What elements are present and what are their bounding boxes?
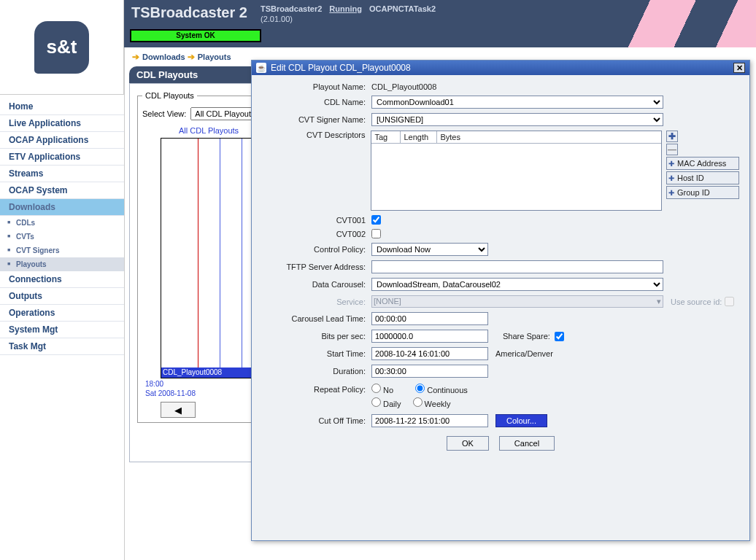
playout-name-value: CDL_Playout0008: [371, 82, 436, 91]
cutoff-input[interactable]: [371, 414, 488, 427]
nav-home[interactable]: Home: [0, 98, 124, 115]
instance-name: TSBroadcaster2: [261, 4, 322, 13]
col-length: Length: [401, 131, 437, 143]
breadcrumb-arrow-icon: ➔: [132, 52, 139, 62]
col-bytes: Bytes: [437, 131, 661, 143]
nav-operations[interactable]: Operations: [0, 305, 124, 322]
cutoff-label: Cut Off Time:: [262, 416, 371, 425]
use-source-label: Use source id:: [671, 298, 722, 306]
timeline-now-line: [198, 139, 198, 378]
close-icon[interactable]: ✕: [733, 63, 745, 73]
add-group-button[interactable]: Group ID: [666, 186, 739, 199]
rp-weekly-option[interactable]: Weekly: [413, 397, 451, 408]
cdl-name-label: CDL Name:: [262, 98, 371, 106]
ok-button[interactable]: OK: [447, 436, 489, 451]
cvt002-label: CVT002: [262, 230, 371, 238]
nav-live-apps[interactable]: Live Applications: [0, 115, 124, 132]
add-descriptor-button[interactable]: ✚: [666, 131, 678, 142]
duration-label: Duration:: [262, 367, 371, 376]
version-text: (2.01.00): [261, 15, 436, 23]
rp-continuous-option[interactable]: Continuous: [415, 384, 468, 394]
carousel-lead-input[interactable]: [371, 312, 488, 325]
cvt001-label: CVT001: [262, 216, 371, 225]
breadcrumb-downloads[interactable]: Downloads: [142, 52, 185, 61]
dialog-titlebar[interactable]: ☕ Edit CDL Playout CDL_Playout0008 ✕: [252, 61, 749, 75]
share-spare-label: Share Spare:: [503, 332, 550, 341]
tftp-label: TFTP Server Address:: [262, 262, 371, 271]
carousel-lead-label: Carousel Lead Time:: [262, 314, 371, 323]
add-mac-button[interactable]: MAC Address: [666, 157, 739, 170]
nav-cvts[interactable]: CVTs: [0, 230, 124, 244]
fieldset-legend: CDL Playouts: [142, 91, 197, 100]
service-select: [NONE]▾: [371, 295, 663, 308]
cvt-descriptors-table[interactable]: Tag Length Bytes: [371, 131, 662, 211]
cvt002-checkbox[interactable]: [371, 229, 381, 238]
system-status-badge: System OK: [130, 29, 261, 42]
select-view-label: Select View:: [142, 109, 186, 118]
duration-input[interactable]: [371, 365, 488, 378]
bits-per-sec-input[interactable]: [371, 330, 488, 343]
repeat-policy-label: Repeat Policy:: [262, 382, 371, 394]
bits-per-sec-label: Bits per sec:: [262, 332, 371, 341]
nav-ocap-system[interactable]: OCAP System: [0, 182, 124, 199]
cvt-signer-select[interactable]: [UNSIGNED]: [371, 113, 663, 126]
cvt-signer-label: CVT Signer Name:: [262, 115, 371, 124]
rp-daily-option[interactable]: Daily: [371, 397, 401, 408]
logo-icon: s&t: [34, 21, 89, 74]
start-time-input[interactable]: [371, 347, 488, 360]
tftp-input[interactable]: [371, 260, 663, 273]
service-label: Service:: [262, 298, 371, 306]
col-tag: Tag: [371, 131, 401, 143]
nav-ocap-apps[interactable]: OCAP Applications: [0, 132, 124, 149]
nav-playouts[interactable]: Playouts: [0, 257, 124, 271]
cvt001-checkbox[interactable]: [371, 215, 381, 225]
nav-cdls[interactable]: CDLs: [0, 216, 124, 230]
timezone-text: America/Denver: [495, 349, 553, 358]
timeline-prev-button[interactable]: ◀: [161, 402, 196, 418]
control-policy-label: Control Policy:: [262, 245, 371, 254]
task-name: OCAPNCTATask2: [369, 4, 436, 13]
playout-name-label: Playout Name:: [262, 82, 371, 91]
status-link[interactable]: Running: [329, 4, 362, 13]
colour-button[interactable]: Colour...: [495, 414, 547, 427]
nav-etv-apps[interactable]: ETV Applications: [0, 149, 124, 166]
breadcrumb-arrow-icon: ➔: [188, 52, 195, 62]
control-policy-select[interactable]: Download Now: [371, 243, 488, 256]
data-carousel-select[interactable]: DownloadStream, DataCarousel02: [371, 278, 663, 291]
cancel-button[interactable]: Cancel: [499, 436, 555, 451]
breadcrumb-playouts[interactable]: Playouts: [198, 52, 231, 61]
cvt-descriptors-label: CVT Descriptors: [262, 131, 371, 139]
java-icon: ☕: [256, 63, 266, 73]
nav-connections[interactable]: Connections: [0, 271, 124, 288]
timeline-gridline: [242, 139, 242, 378]
use-source-checkbox: [725, 297, 734, 306]
nav-system-mgt[interactable]: System Mgt: [0, 322, 124, 338]
edit-playout-dialog: ☕ Edit CDL Playout CDL_Playout0008 ✕ Pla…: [251, 60, 750, 541]
nav-outputs[interactable]: Outputs: [0, 288, 124, 305]
nav-cvt-signers[interactable]: CVT Signers: [0, 244, 124, 257]
dialog-title-text: Edit CDL Playout CDL_Playout0008: [271, 63, 411, 73]
logo-area: s&t: [0, 0, 124, 95]
nav-sidebar: Home Live Applications OCAP Applications…: [0, 95, 124, 359]
nav-streams[interactable]: Streams: [0, 166, 124, 182]
remove-descriptor-button[interactable]: —: [666, 144, 678, 155]
start-time-label: Start Time:: [262, 349, 371, 358]
nav-task-mgt[interactable]: Task Mgt: [0, 338, 124, 355]
rp-no-option[interactable]: No: [371, 384, 393, 394]
nav-downloads[interactable]: Downloads: [0, 199, 124, 216]
data-carousel-label: Data Carousel:: [262, 280, 371, 289]
share-spare-checkbox[interactable]: [555, 332, 564, 341]
timeline-gridline: [220, 139, 220, 378]
cdl-name-select[interactable]: CommonDownload01: [371, 96, 663, 109]
add-host-button[interactable]: Host ID: [666, 171, 739, 184]
